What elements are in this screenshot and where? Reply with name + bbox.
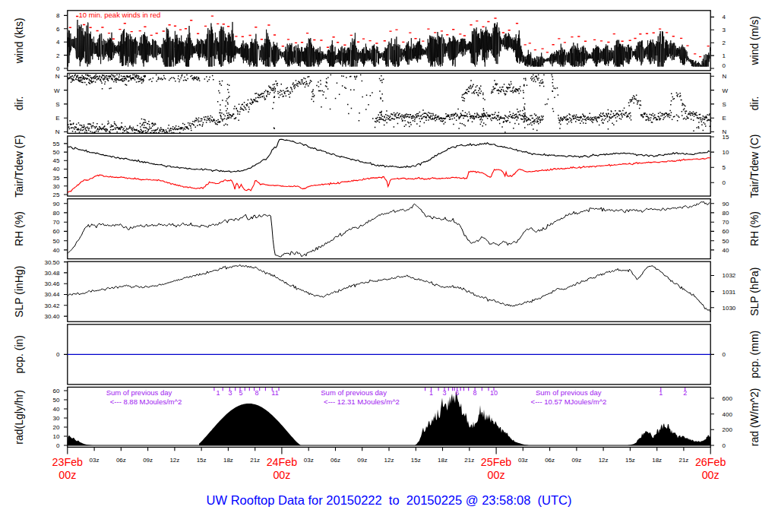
svg-text:30.44: 30.44 — [44, 291, 60, 298]
svg-text:03z: 03z — [90, 457, 100, 464]
svg-text:1: 1 — [216, 389, 220, 397]
svg-text:Tair/Tdew (F): Tair/Tdew (F) — [13, 135, 25, 197]
svg-text:5: 5 — [723, 164, 726, 171]
svg-text:N: N — [55, 73, 60, 80]
svg-text:30.48: 30.48 — [44, 270, 60, 277]
svg-text:12z: 12z — [384, 457, 394, 464]
svg-text:25Feb: 25Feb — [481, 456, 512, 468]
svg-text:<--- 10.57 MJoules/m^2: <--- 10.57 MJoules/m^2 — [531, 397, 607, 406]
svg-text:10 min. peak winds in red: 10 min. peak winds in red — [79, 11, 161, 19]
svg-text:15z: 15z — [411, 457, 421, 464]
svg-text:rad (W/m^2): rad (W/m^2) — [748, 388, 761, 447]
svg-text:3: 3 — [228, 389, 232, 397]
svg-text:24Feb: 24Feb — [267, 456, 298, 468]
svg-text:6: 6 — [455, 389, 459, 397]
svg-text:W: W — [723, 87, 729, 94]
svg-text:4: 4 — [56, 39, 60, 46]
svg-text:55: 55 — [53, 141, 60, 147]
svg-text:E: E — [723, 115, 726, 122]
svg-text:09z: 09z — [357, 457, 367, 464]
svg-text:pcp. (in): pcp. (in) — [13, 335, 25, 374]
svg-text:8: 8 — [56, 12, 60, 19]
svg-text:30.42: 30.42 — [44, 302, 60, 309]
svg-text:Tair/Tdew (C): Tair/Tdew (C) — [748, 134, 761, 198]
svg-text:N: N — [55, 128, 60, 135]
svg-text:0: 0 — [56, 65, 60, 72]
svg-text:3: 3 — [442, 389, 446, 397]
svg-text:6: 6 — [56, 26, 60, 33]
svg-text:S: S — [55, 101, 59, 108]
svg-text:12z: 12z — [169, 457, 179, 464]
svg-text:8: 8 — [473, 389, 476, 397]
svg-text:30: 30 — [53, 415, 60, 422]
svg-text:21z: 21z — [464, 457, 474, 464]
svg-text:12z: 12z — [599, 457, 609, 464]
svg-text:45: 45 — [53, 157, 60, 164]
svg-text:1: 1 — [723, 52, 726, 59]
svg-text:35: 35 — [53, 175, 60, 182]
svg-text:03z: 03z — [304, 457, 314, 464]
svg-text:50: 50 — [723, 238, 729, 245]
svg-text:1031: 1031 — [723, 289, 736, 296]
svg-text:15z: 15z — [197, 457, 207, 464]
svg-text:dir.: dir. — [748, 97, 761, 111]
svg-text:09z: 09z — [143, 457, 153, 464]
svg-text:2: 2 — [723, 40, 726, 46]
svg-text:60: 60 — [53, 388, 60, 394]
svg-text:10: 10 — [53, 433, 60, 440]
svg-text:11: 11 — [271, 389, 278, 397]
svg-text:wind (kts): wind (kts) — [13, 17, 25, 64]
svg-text:18z: 18z — [223, 457, 233, 464]
svg-text:90: 90 — [53, 201, 60, 207]
svg-text:SLP (inHg): SLP (inHg) — [13, 266, 25, 318]
svg-text:60: 60 — [53, 228, 60, 235]
svg-text:40: 40 — [723, 247, 729, 254]
svg-text:5: 5 — [239, 389, 242, 397]
svg-text:N: N — [723, 73, 727, 80]
svg-text:80: 80 — [53, 210, 60, 217]
svg-text:<--- 8.88 MJoules/m^2: <--- 8.88 MJoules/m^2 — [110, 397, 182, 406]
svg-text:10: 10 — [490, 389, 498, 397]
svg-text:23Feb: 23Feb — [52, 456, 84, 468]
svg-text:8: 8 — [255, 389, 258, 397]
svg-text:0: 0 — [723, 351, 726, 358]
svg-text:70: 70 — [53, 219, 60, 226]
svg-text:W: W — [54, 87, 60, 94]
svg-text:10: 10 — [723, 149, 729, 156]
svg-text:E: E — [55, 115, 59, 122]
svg-text:60: 60 — [723, 228, 729, 235]
svg-text:80: 80 — [723, 210, 729, 217]
svg-text:UW Rooftop Data for 20150222: UW Rooftop Data for 20150222 to 20150225… — [207, 493, 572, 507]
svg-text:S: S — [723, 101, 726, 108]
svg-text:0: 0 — [723, 179, 726, 186]
svg-text:50: 50 — [53, 397, 60, 404]
svg-text:03z: 03z — [518, 457, 528, 464]
svg-text:1030: 1030 — [723, 305, 736, 312]
svg-text:wind (m/s): wind (m/s) — [748, 16, 761, 66]
svg-text:600: 600 — [723, 395, 733, 402]
svg-text:0: 0 — [723, 62, 726, 69]
svg-text:00z: 00z — [273, 469, 290, 481]
svg-text:Sum of previous day: Sum of previous day — [321, 388, 387, 397]
svg-text:25: 25 — [53, 192, 60, 198]
svg-text:15: 15 — [723, 134, 729, 141]
svg-text:400: 400 — [723, 411, 733, 418]
svg-text:06z: 06z — [116, 457, 126, 464]
svg-text:20: 20 — [53, 424, 60, 431]
svg-text:30: 30 — [53, 183, 60, 190]
svg-text:00z: 00z — [59, 469, 76, 481]
svg-text:15z: 15z — [625, 457, 635, 464]
svg-text:1: 1 — [659, 389, 663, 397]
svg-text:RH (%): RH (%) — [13, 211, 25, 246]
svg-text:3: 3 — [723, 27, 726, 33]
svg-text:RH (%): RH (%) — [748, 211, 761, 246]
svg-text:26Feb: 26Feb — [695, 456, 726, 468]
svg-text:18z: 18z — [438, 457, 448, 464]
svg-text:70: 70 — [723, 219, 729, 226]
svg-text:2: 2 — [683, 389, 687, 397]
svg-text:<--- 12.31 MJoules/m^2: <--- 12.31 MJoules/m^2 — [324, 397, 400, 406]
svg-text:SLP (hPa): SLP (hPa) — [748, 268, 761, 316]
svg-text:09z: 09z — [571, 457, 581, 464]
svg-text:40: 40 — [53, 406, 60, 413]
svg-text:50: 50 — [53, 238, 60, 245]
